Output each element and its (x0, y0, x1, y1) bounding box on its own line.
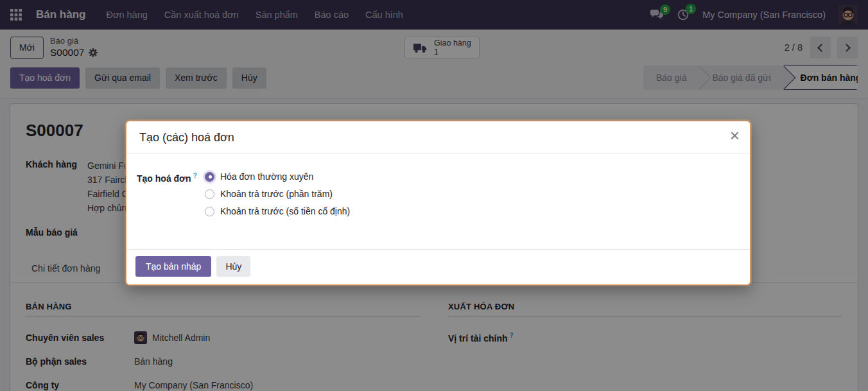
create-invoices-dialog: Tạo (các) hoá đơn × Tạo hoá đơn? Hóa đơn… (126, 121, 751, 285)
create-draft-button[interactable]: Tạo bản nháp (135, 256, 211, 277)
dialog-title: Tạo (các) hoá đơn (139, 131, 234, 144)
dialog-cancel-button[interactable]: Hủy (216, 256, 250, 277)
create-invoice-field-label-text: Tạo hoá đơn (137, 173, 191, 184)
radio-button-icon[interactable] (205, 172, 214, 182)
option-down-payment-percentage[interactable]: Khoản trả trước (phần trăm) (205, 189, 350, 199)
option-down-payment-fixed[interactable]: Khoản trả trước (số tiền cố định) (205, 206, 350, 216)
option-label: Khoản trả trước (số tiền cố định) (220, 206, 350, 216)
close-icon[interactable]: × (730, 127, 740, 144)
invoice-options-radiogroup: Hóa đơn thường xuyên Khoản trả trước (ph… (205, 171, 350, 243)
radio-button-icon[interactable] (205, 189, 214, 199)
option-label: Hóa đơn thường xuyên (220, 171, 313, 182)
dialog-footer: Tạo bản nháp Hủy (126, 249, 750, 284)
option-regular-invoice[interactable]: Hóa đơn thường xuyên (205, 171, 350, 182)
dialog-body: Tạo hoá đơn? Hóa đơn thường xuyên Khoản … (126, 153, 750, 249)
odoo-sales-screen: Bán hàng Đơn hàng Cần xuất hoá đơn Sản p… (0, 0, 868, 391)
help-icon: ? (193, 172, 197, 179)
radio-button-icon[interactable] (205, 207, 214, 216)
create-invoice-field-label: Tạo hoá đơn? (137, 171, 205, 243)
dialog-header: Tạo (các) hoá đơn × (126, 121, 750, 153)
option-label: Khoản trả trước (phần trăm) (220, 189, 333, 199)
